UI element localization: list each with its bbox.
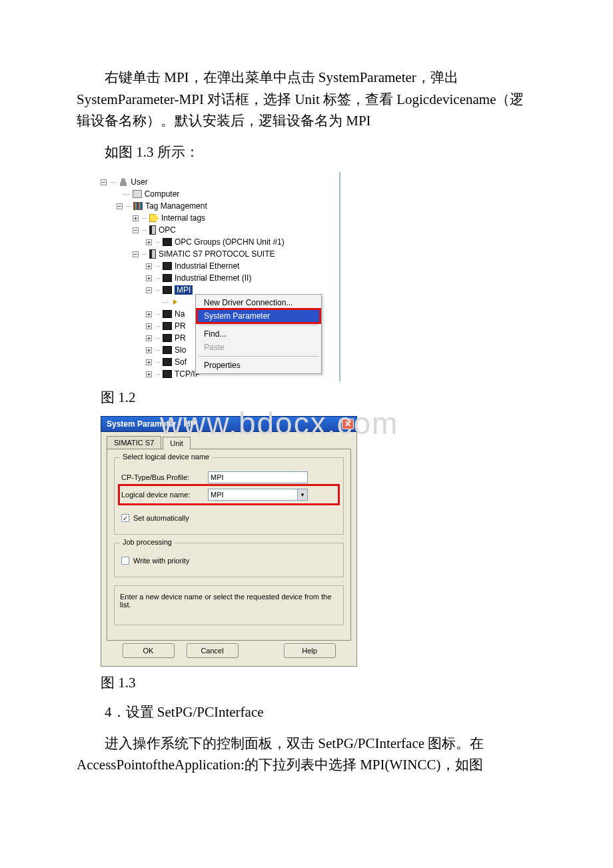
tab-simatic-s7[interactable]: SIMATIC S7 [107, 436, 161, 449]
tree-internal[interactable]: + ··· Internal tags [101, 212, 339, 224]
cancel-button[interactable]: Cancel [187, 643, 239, 658]
expander-icon[interactable]: + [146, 335, 152, 341]
tree-label: Na [175, 309, 185, 319]
connection-icon [163, 274, 172, 282]
tree-figure: − ···· User ····· Computer − ··· Tag Man… [101, 172, 340, 381]
tree-label: Industrial Ethernet [175, 261, 239, 271]
dialog-title-text: System Parameter - MPI [107, 419, 198, 429]
expander-icon[interactable]: + [146, 275, 152, 281]
connection-icon [163, 346, 172, 354]
group-title: Select logical device name [120, 453, 212, 461]
tree-user[interactable]: − ···· User [101, 176, 339, 188]
checkbox-label: Set automatically [133, 514, 189, 522]
arrow-icon [171, 298, 180, 306]
menu-separator [199, 325, 318, 325]
checkbox-write-priority[interactable] [121, 557, 129, 565]
connection-icon [163, 370, 172, 378]
connection-icon [163, 334, 172, 342]
label-logical-device: Logical device name: [121, 491, 208, 499]
tree-label: User [131, 177, 147, 187]
close-icon[interactable]: ✕ [342, 419, 354, 429]
hint-text: Enter a new device name or select the re… [114, 585, 344, 625]
label-cp-type: CP-Type/Bus Profile: [121, 473, 208, 481]
tree-label: Computer [145, 189, 180, 199]
expander-icon[interactable]: − [117, 203, 123, 209]
paragraph-5: 进入操作系统下的控制面板，双击 SetPG/PCInterface 图标。在 A… [77, 733, 536, 776]
computer-icon [133, 190, 142, 198]
connection-icon [163, 286, 172, 294]
input-cp-type: MPI [208, 471, 308, 483]
dialog-figure: System Parameter - MPI ✕ SIMATIC S7 Unit… [101, 416, 357, 667]
connection-icon [163, 310, 172, 318]
tree-label: Slo [175, 345, 186, 355]
connection-icon [163, 358, 172, 366]
checkbox-label: Write with priority [133, 557, 189, 565]
menu-paste: Paste [197, 341, 320, 354]
expander-icon[interactable]: + [146, 239, 152, 245]
dialog-titlebar[interactable]: System Parameter - MPI ✕ [101, 416, 357, 432]
paragraph-1: 右键单击 MPI，在弹出菜单中点击 SystemParameter，弹出 Sys… [77, 67, 536, 132]
menu-find[interactable]: Find... [197, 327, 320, 341]
tree-label: PR [175, 321, 186, 331]
tree-label-selected: MPI [175, 285, 193, 295]
tree-opc[interactable]: − ··· OPC [101, 224, 339, 236]
connection-icon [163, 262, 172, 270]
connection-icon [163, 238, 172, 246]
expander-icon[interactable]: − [101, 179, 107, 185]
tree-opcgroups[interactable]: + ··· OPC Groups (OPCHN Unit #1) [101, 236, 339, 248]
tree-label: SIMATIC S7 PROTOCOL SUITE [159, 249, 275, 259]
tab-pane-unit: Select logical device name CP-Type/Bus P… [107, 449, 351, 641]
user-icon [119, 178, 128, 186]
group-job-processing: Job processing Write with priority [114, 543, 344, 577]
tags-icon [133, 202, 143, 210]
tab-unit[interactable]: Unit [163, 437, 191, 450]
tree-label: Industrial Ethernet (II) [175, 273, 251, 283]
tree-label: PR [175, 333, 186, 343]
group-title: Job processing [120, 538, 175, 546]
figure-caption-13: 图 1.3 [101, 673, 536, 692]
chevron-down-icon[interactable]: ▼ [297, 489, 308, 501]
channel-icon [149, 225, 156, 235]
paragraph-2: 如图 1.3 所示： [77, 141, 536, 163]
tree-label: OPC [159, 225, 176, 235]
expander-icon[interactable]: + [146, 371, 152, 377]
expander-icon[interactable]: − [133, 251, 139, 257]
figure-caption-12: 图 1.2 [101, 388, 536, 407]
highlighted-row: Logical device name: MPI ▼ [121, 487, 336, 502]
help-button[interactable]: Help [284, 643, 336, 658]
expander-icon[interactable]: + [146, 263, 152, 269]
expander-icon[interactable]: + [133, 215, 139, 221]
expander-icon[interactable]: + [146, 359, 152, 365]
tree-label: OPC Groups (OPCHN Unit #1) [175, 237, 285, 247]
tree-ie2[interactable]: + ··· Industrial Ethernet (II) [101, 272, 339, 284]
tree-ie[interactable]: + ··· Industrial Ethernet [101, 260, 339, 272]
group-logical-device: Select logical device name CP-Type/Bus P… [114, 457, 344, 535]
expander-icon[interactable]: + [146, 311, 152, 317]
expander-icon[interactable]: − [146, 287, 152, 293]
combo-value[interactable]: MPI [208, 489, 297, 501]
tree-computer[interactable]: ····· Computer [101, 188, 339, 200]
internal-tags-icon [149, 214, 159, 222]
paragraph-4: 4．设置 SetPG/PCInterface [77, 701, 536, 723]
context-menu: New Driver Connection... System Paramete… [195, 294, 322, 374]
menu-system-parameter[interactable]: System Parameter [197, 309, 320, 323]
expander-icon[interactable]: + [146, 323, 152, 329]
menu-separator [199, 356, 318, 357]
channel-icon [149, 249, 156, 259]
combo-logical-device[interactable]: MPI ▼ [208, 489, 308, 501]
expander-icon[interactable]: − [133, 227, 139, 233]
connection-icon [163, 322, 172, 330]
tree-tagmgmt[interactable]: − ··· Tag Management [101, 200, 339, 212]
tree-label: Internal tags [161, 213, 205, 223]
menu-new-driver-connection[interactable]: New Driver Connection... [197, 296, 320, 309]
tree-label: Tag Management [145, 201, 207, 211]
ok-button[interactable]: OK [123, 643, 175, 658]
tree-s7suite[interactable]: − ··· SIMATIC S7 PROTOCOL SUITE [101, 248, 339, 260]
tree-label: Sof [175, 357, 187, 367]
expander-icon[interactable]: + [146, 347, 152, 353]
checkbox-set-automatically[interactable]: ✓ [121, 514, 129, 522]
menu-properties[interactable]: Properties [197, 359, 320, 372]
